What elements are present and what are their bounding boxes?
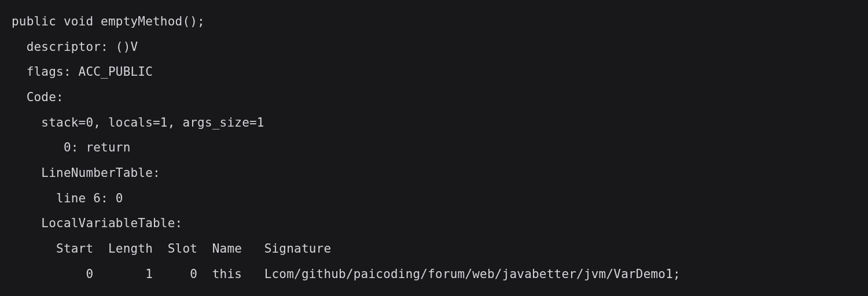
code-line: LocalVariableTable:: [12, 216, 182, 230]
javap-output: public void emptyMethod(); descriptor: (…: [12, 9, 856, 287]
code-line: LineNumberTable:: [12, 166, 160, 180]
code-line: Code:: [12, 90, 64, 104]
code-line: descriptor: ()V: [12, 40, 138, 54]
code-line: 0 1 0 this Lcom/github/paicoding/forum/w…: [12, 267, 681, 281]
code-line: 0: return: [12, 140, 131, 154]
code-line: Start Length Slot Name Signature: [12, 242, 331, 256]
code-line: line 6: 0: [12, 191, 123, 205]
code-line: stack=0, locals=1, args_size=1: [12, 116, 264, 130]
code-line: flags: ACC_PUBLIC: [12, 65, 153, 79]
code-line: public void emptyMethod();: [12, 14, 205, 28]
